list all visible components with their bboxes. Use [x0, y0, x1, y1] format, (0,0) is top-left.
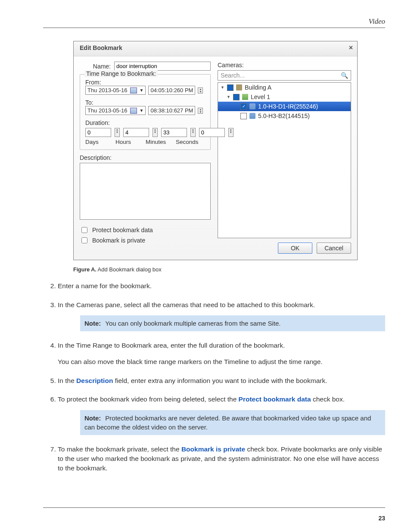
minutes-unit: Minutes	[146, 139, 172, 145]
note-box: Note:Protected bookmarks are never delet…	[80, 410, 385, 435]
dialog-titlebar: Edit Bookmark ×	[74, 41, 357, 56]
note-text: You can only bookmark multiple cameras f…	[105, 320, 280, 327]
step-3-text: In the Cameras pane, select all the came…	[58, 301, 315, 308]
hours-spinner[interactable]: ▲▼	[153, 128, 158, 137]
days-unit: Days	[85, 139, 112, 145]
site-icon	[236, 84, 242, 90]
expand-icon[interactable]: ▼	[221, 85, 224, 90]
cancel-button[interactable]: Cancel	[317, 243, 351, 254]
camera-checkbox[interactable]	[240, 103, 247, 110]
camera-label: 5.0-H3-B2(144515)	[258, 112, 310, 119]
to-time-spinner[interactable]: ▲▼	[198, 108, 203, 114]
chevron-down-icon: ▼	[140, 108, 144, 113]
protect-checkbox-label: Protect bookmark data	[92, 227, 153, 233]
days-input[interactable]	[85, 128, 111, 137]
site-label: Building A	[245, 84, 271, 91]
from-date-text: Thu 2013-05-16	[87, 87, 128, 93]
protect-checkbox-box[interactable]	[81, 227, 87, 233]
step-5: In the Description field, enter extra an…	[58, 376, 385, 386]
tree-camera-row[interactable]: 5.0-H3-B2(144515)	[218, 111, 351, 121]
to-date-picker[interactable]: Thu 2013-05-16 ▼	[85, 106, 146, 115]
right-pane: Cameras: Search... 🔍 ▼ Building A ▼	[218, 62, 351, 254]
step-6b: check box.	[311, 395, 345, 403]
figure-text: Add Bookmark dialog box	[97, 266, 162, 273]
private-checkbox-box[interactable]	[81, 237, 87, 243]
camera-checkbox[interactable]	[240, 113, 247, 119]
step-7: To make the bookmark private, select the…	[58, 445, 385, 473]
timerange-legend: Time Range to Bookmark:	[84, 70, 158, 77]
camera-icon	[249, 113, 255, 119]
edit-bookmark-dialog: Edit Bookmark × Name: Time Range to Book…	[73, 41, 358, 260]
instruction-list: Enter a name for the bookmark. In the Ca…	[58, 281, 385, 473]
name-label: Name:	[80, 63, 111, 70]
note-label: Note:	[84, 320, 101, 327]
server-checkbox[interactable]	[233, 94, 240, 100]
seconds-spinner[interactable]: ▲▼	[228, 128, 234, 137]
from-time-input[interactable]: 04:05:10:260 PM	[148, 86, 195, 95]
minutes-input[interactable]	[161, 128, 187, 137]
tree-camera-row[interactable]: 1.0-H3-D1-IR(255246)	[218, 102, 351, 111]
site-checkbox[interactable]	[227, 84, 234, 91]
server-icon	[242, 94, 248, 100]
from-label: From:	[85, 79, 205, 86]
timerange-fieldset: Time Range to Bookmark: From: Thu 2013-0…	[80, 74, 211, 150]
camera-icon	[249, 103, 255, 109]
step-5a: In the	[58, 377, 76, 384]
hours-unit: Hours	[115, 139, 142, 145]
camera-label: 1.0-H3-D1-IR(255246)	[258, 103, 318, 110]
seconds-input[interactable]	[199, 128, 225, 137]
note-text: Protected bookmarks are never deleted. B…	[84, 414, 371, 431]
tree-site-row[interactable]: ▼ Building A	[218, 83, 351, 92]
minutes-spinner[interactable]: ▲▼	[190, 128, 196, 137]
private-link: Bookmark is private	[181, 445, 245, 453]
from-date-picker[interactable]: Thu 2013-05-16 ▼	[85, 86, 146, 95]
step-5b: field, enter extra any information you w…	[113, 377, 327, 384]
left-pane: Name: Time Range to Bookmark: From: Thu …	[80, 62, 211, 254]
step-4: In the Time Range to Bookmark area, ente…	[58, 341, 385, 366]
seconds-unit: Seconds	[176, 139, 202, 145]
figure-label: Figure A.	[73, 267, 97, 273]
to-date-text: Thu 2013-05-16	[87, 107, 128, 114]
close-icon[interactable]: ×	[349, 44, 353, 52]
footer-rule	[43, 507, 385, 508]
camera-search-input[interactable]: Search... 🔍	[218, 70, 351, 81]
description-label: Description:	[80, 154, 211, 161]
page-header: Video	[43, 17, 385, 28]
step-7a: To make the bookmark private, select the	[58, 445, 181, 453]
dialog-title-text: Edit Bookmark	[80, 44, 122, 51]
camera-tree[interactable]: ▼ Building A ▼ Level 1 1.0-H3-	[218, 82, 351, 238]
to-label: To:	[85, 99, 205, 106]
chevron-down-icon: ▼	[140, 88, 144, 93]
expand-icon[interactable]: ▼	[227, 95, 230, 99]
page-number: 23	[378, 515, 385, 522]
step-6a: To protect the bookmark video from being…	[58, 395, 239, 403]
name-input[interactable]	[114, 62, 211, 71]
to-time-input[interactable]: 08:38:10:627 PM	[148, 106, 195, 115]
description-input[interactable]	[80, 163, 211, 220]
figure-caption: Figure A. Add Bookmark dialog box	[73, 266, 385, 273]
step-4a: In the Time Range to Bookmark area, ente…	[58, 341, 385, 350]
calendar-icon	[130, 87, 137, 93]
note-label: Note:	[84, 414, 101, 422]
protect-checkbox[interactable]: Protect bookmark data	[80, 226, 211, 234]
step-4b: You can also move the black time range m…	[58, 357, 385, 367]
calendar-icon	[130, 108, 137, 114]
cameras-label: Cameras:	[218, 62, 351, 68]
tree-server-row[interactable]: ▼ Level 1	[218, 92, 351, 102]
private-checkbox[interactable]: Bookmark is private	[80, 236, 211, 245]
ok-button[interactable]: OK	[278, 243, 312, 254]
private-checkbox-label: Bookmark is private	[92, 237, 145, 244]
description-link: Description	[76, 377, 113, 384]
protect-link: Protect bookmark data	[239, 395, 311, 403]
note-box: Note:You can only bookmark multiple came…	[80, 315, 385, 331]
search-placeholder: Search...	[221, 72, 341, 79]
search-icon: 🔍	[341, 72, 348, 79]
step-6: To protect the bookmark video from being…	[58, 395, 385, 435]
step-3: In the Cameras pane, select all the came…	[58, 300, 385, 332]
server-label: Level 1	[251, 93, 270, 100]
step-2: Enter a name for the bookmark.	[58, 281, 385, 291]
from-time-spinner[interactable]: ▲▼	[198, 87, 203, 93]
hours-input[interactable]	[123, 128, 149, 137]
days-spinner[interactable]: ▲▼	[115, 128, 120, 137]
duration-label: Duration:	[85, 119, 205, 126]
